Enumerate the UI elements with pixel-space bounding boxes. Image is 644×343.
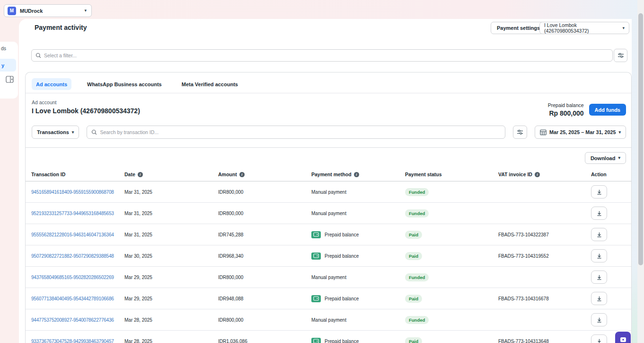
account-summary-row: Ad account I Love Lombok (42670980053437…: [26, 93, 631, 120]
download-icon: [596, 274, 602, 280]
account-selector-dropdown[interactable]: I Love Lombok (426709800534372) ▾: [539, 22, 629, 34]
transaction-id-link[interactable]: 9447753752008927-9540078622776436: [31, 317, 114, 323]
column-header-payment-method: Payment methodi: [311, 172, 405, 177]
tab-ad-accounts[interactable]: Ad accounts: [32, 78, 71, 90]
sidebar-collapse-icon[interactable]: [6, 76, 14, 83]
payment-status-badge: Paid: [405, 252, 422, 260]
download-invoice-button[interactable]: [591, 271, 607, 284]
prepaid-wallet-icon: [311, 253, 321, 260]
scrollbar-thumb[interactable]: [638, 13, 643, 265]
payment-method-cell: Manual payment: [311, 190, 405, 195]
table-body: 9451658941618409-9559155900868708Mar 31,…: [26, 181, 631, 343]
add-funds-button[interactable]: Add funds: [589, 104, 626, 116]
download-invoice-button[interactable]: [591, 228, 607, 241]
transaction-id-link[interactable]: 9507290822721882-9507290829388548: [31, 253, 114, 259]
date-cell: Mar 31, 2025: [124, 232, 218, 237]
sliders-icon: [517, 129, 523, 135]
chevron-down-icon: ▾: [72, 130, 74, 135]
table-row: 9560771384040495-9543442789106686Mar 29,…: [26, 288, 631, 309]
table-row: 9337367673047528-9429938463790457Mar 28,…: [26, 331, 631, 343]
date-cell: Mar 28, 2025: [124, 317, 218, 323]
transaction-id-link[interactable]: 9337367673047528-9429938463790457: [31, 339, 114, 343]
transaction-filter-button[interactable]: [513, 126, 527, 139]
download-invoice-button[interactable]: [591, 313, 607, 326]
column-header-amount: Amounti: [218, 172, 311, 177]
transactions-toolbar: Transactions ▾ Mar 25, 2025 – Mar 31, 20…: [26, 120, 631, 140]
download-icon: [596, 296, 602, 302]
info-icon[interactable]: i: [138, 172, 143, 177]
chevron-down-icon: ▾: [622, 26, 625, 30]
search-icon: [91, 129, 97, 135]
column-header-payment-status: Payment status: [405, 172, 498, 177]
amount-cell: IDR800,000: [218, 190, 311, 195]
download-invoice-button[interactable]: [591, 249, 607, 262]
date-cell: Mar 31, 2025: [124, 190, 218, 195]
transaction-id-link[interactable]: 9451658941618409-9559155900868708: [31, 190, 114, 195]
scrollbar-track[interactable]: [637, 0, 644, 343]
date-range-picker[interactable]: Mar 25, 2025 – Mar 31, 2025 ▾: [535, 126, 626, 139]
info-icon[interactable]: i: [535, 172, 540, 177]
vat-invoice-cell: FBADS-773-104313648: [498, 339, 591, 343]
amount-cell: IDR745,288: [218, 232, 311, 237]
download-invoice-button[interactable]: [591, 334, 607, 343]
table-row: 9507290822721882-9507290829388548Mar 30,…: [26, 245, 631, 267]
transactions-type-dropdown[interactable]: Transactions ▾: [32, 126, 79, 139]
ad-account-name: I Love Lombok (426709800534372): [32, 107, 140, 115]
info-icon[interactable]: i: [354, 172, 359, 177]
account-type-tabs: Ad accounts WhatsApp Business accounts M…: [26, 72, 631, 93]
transaction-search-bar[interactable]: [87, 126, 505, 139]
info-icon[interactable]: i: [239, 172, 245, 177]
ad-account-panel: Ad accounts WhatsApp Business accounts M…: [25, 72, 632, 343]
transaction-id-link[interactable]: 9521932331257733-9449653168485653: [31, 211, 114, 216]
transaction-search-input[interactable]: [100, 129, 501, 135]
payment-method-cell: Prepaid balance: [311, 231, 405, 238]
payment-method-cell: Manual payment: [311, 211, 405, 216]
filter-search-bar[interactable]: [31, 49, 613, 62]
filter-options-button[interactable]: [614, 49, 627, 62]
download-button[interactable]: Download ▾: [585, 152, 626, 164]
date-cell: Mar 29, 2025: [124, 275, 218, 280]
payment-method-cell: Prepaid balance: [311, 338, 405, 343]
filter-search-input[interactable]: [44, 53, 609, 58]
sidebar-item-truncated[interactable]: ds: [1, 45, 6, 51]
column-header-date: Datei: [124, 172, 218, 177]
download-icon: [596, 189, 602, 195]
payment-method-cell: Prepaid balance: [311, 253, 405, 260]
date-range-value: Mar 25, 2025 – Mar 31, 2025: [549, 129, 616, 135]
download-invoice-button[interactable]: [591, 207, 607, 220]
download-icon: [596, 338, 602, 343]
prepaid-wallet-icon: [311, 338, 321, 343]
date-cell: Mar 30, 2025: [124, 253, 218, 259]
payment-settings-button[interactable]: Payment settings: [491, 22, 546, 34]
prepaid-wallet-icon: [311, 231, 321, 238]
payment-status-badge: Funded: [405, 316, 429, 324]
table-row: 9451658941618409-9559155900868708Mar 31,…: [26, 181, 631, 203]
transaction-id-link[interactable]: 9560771384040495-9543442789106686: [31, 296, 114, 301]
amount-cell: IDR800,000: [218, 275, 311, 280]
chevron-down-icon: ▾: [84, 9, 87, 13]
download-invoice-button[interactable]: [591, 292, 607, 305]
payment-status-badge: Paid: [405, 231, 422, 239]
vat-invoice-cell: FBADS-773-104322387: [498, 232, 591, 237]
payment-status-badge: Funded: [405, 273, 429, 281]
download-icon: [596, 210, 602, 217]
transaction-id-link[interactable]: 9437658049685165-9502820286502269: [31, 275, 114, 280]
ad-account-label: Ad account: [32, 99, 140, 105]
date-cell: Mar 28, 2025: [124, 339, 218, 343]
prepaid-wallet-icon: [311, 295, 321, 302]
download-invoice-button[interactable]: [591, 185, 607, 199]
search-icon: [35, 53, 41, 58]
extension-icon: [620, 337, 626, 343]
tab-meta-verified-accounts[interactable]: Meta Verified accounts: [177, 78, 242, 90]
payment-status-badge: Funded: [405, 209, 429, 217]
sidebar-item-payment-activity[interactable]: y: [0, 59, 16, 72]
business-selector-dropdown[interactable]: M MUDrock ▾: [4, 4, 92, 17]
business-name: MUDrock: [20, 8, 84, 14]
payment-method-cell: Manual payment: [311, 317, 405, 323]
extension-overlay-button[interactable]: [615, 332, 631, 343]
transaction-id-link[interactable]: 9555562821228016-9463146047136364: [31, 232, 114, 237]
prepaid-balance-value: Rp 800,000: [548, 109, 584, 117]
tab-whatsapp-business-accounts[interactable]: WhatsApp Business accounts: [83, 78, 166, 90]
amount-cell: IDR800,000: [218, 317, 311, 323]
download-icon: [596, 317, 602, 323]
